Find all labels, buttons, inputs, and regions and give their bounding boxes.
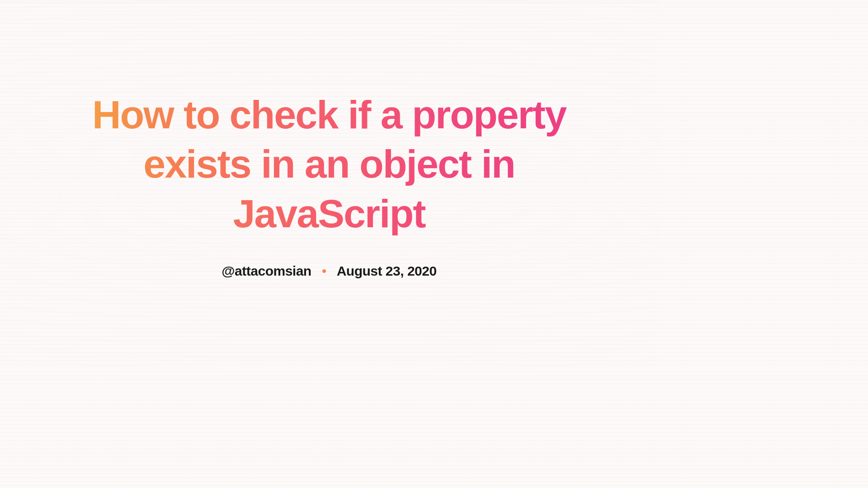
- article-title: How to check if a property exists in an …: [76, 90, 582, 238]
- dot-separator-icon: [322, 269, 326, 273]
- author-handle: @attacomsian: [222, 263, 311, 279]
- article-meta: @attacomsian August 23, 2020: [76, 263, 582, 279]
- article-date: August 23, 2020: [337, 263, 437, 279]
- article-card: How to check if a property exists in an …: [58, 90, 600, 278]
